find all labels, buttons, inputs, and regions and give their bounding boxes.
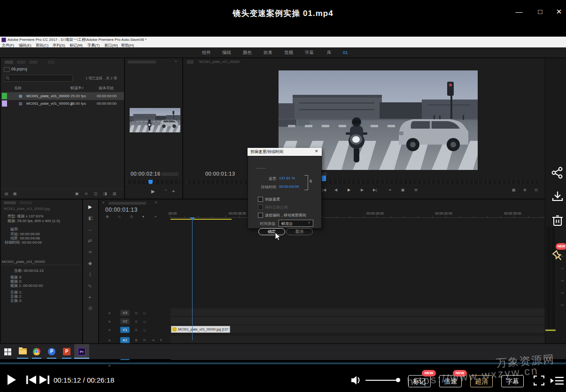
razor-tool-icon[interactable]: ≍ xyxy=(88,249,92,254)
program-scrubber[interactable] xyxy=(187,180,541,184)
project-panel-tab-blur3[interactable] xyxy=(29,61,38,64)
track-v3-badge[interactable]: V3 xyxy=(120,310,130,316)
project-row[interactable]: ▨ MC001_plate_v01_00000.jp 25.00 fps 00:… xyxy=(1,100,124,108)
source-play-icon[interactable]: ▶ xyxy=(151,189,155,194)
track-lock-icon[interactable]: a xyxy=(109,338,110,342)
selection-tool-icon[interactable]: ▶ xyxy=(88,204,92,209)
work-area-bar[interactable] xyxy=(171,219,232,220)
mark-button[interactable]: 标记 xyxy=(408,375,431,387)
workspace-color[interactable]: 颜色 xyxy=(243,50,252,56)
workspace-editing[interactable]: 编辑 xyxy=(222,50,231,56)
source-monitor-tab-blur[interactable] xyxy=(128,61,156,63)
volume-icon[interactable] xyxy=(350,375,362,386)
quality-button[interactable]: 超清 xyxy=(470,375,493,387)
ripple-edit-label[interactable]: 波纹编辑，移动尾部剪辑 xyxy=(265,213,306,218)
sync-lock-icon[interactable]: ⊙ xyxy=(135,328,138,332)
column-start[interactable]: 媒体开始 xyxy=(99,85,114,91)
find-icon[interactable]: ⊙ xyxy=(85,192,88,196)
item-name[interactable]: MC001_plate_v01_00000 xyxy=(26,94,70,98)
automate-icon[interactable]: ▣ xyxy=(75,192,79,196)
add-marker-icon[interactable]: ◇ xyxy=(130,215,133,219)
fullscreen-icon[interactable] xyxy=(534,376,544,385)
go-to-in-icon[interactable]: |◀ xyxy=(322,188,326,192)
track-a1-badge[interactable]: A1 xyxy=(120,337,130,343)
sort-asc-icon[interactable]: ∧ xyxy=(82,86,84,89)
column-name[interactable]: 名称 xyxy=(14,85,22,91)
linked-selection-icon[interactable]: ∩ xyxy=(118,215,121,219)
track-select-tool-icon[interactable]: ◧ xyxy=(88,215,93,221)
timeline-timecode[interactable]: 00:00:01:13 xyxy=(105,207,138,213)
track-lock-icon[interactable]: a xyxy=(109,320,110,323)
powerpoint-icon[interactable]: P xyxy=(63,348,70,355)
label-swatch-lavender[interactable] xyxy=(2,100,7,107)
trash-icon[interactable] xyxy=(552,214,563,227)
slip-tool-icon[interactable]: ◆ xyxy=(88,261,92,266)
project-row-selected[interactable]: ▦ MC001_plate_v01_00000 25.00 fps 00:00:… xyxy=(1,92,124,100)
timeline-settings-icon[interactable]: ▾ xyxy=(142,215,144,219)
track-v1-badge[interactable]: V1 xyxy=(120,327,130,333)
go-to-out-icon[interactable]: ▶| xyxy=(373,188,377,192)
pen-tool-icon[interactable]: ⟨ xyxy=(89,272,91,277)
meter-icon[interactable]: ¶ xyxy=(160,338,162,342)
solo-icon[interactable]: H xyxy=(143,338,146,342)
premiere-taskbar-slot[interactable]: Pr xyxy=(74,344,89,359)
file-explorer-icon[interactable] xyxy=(19,348,27,354)
source-playhead-marker[interactable] xyxy=(148,180,153,184)
track-lock-icon[interactable]: a xyxy=(109,328,110,331)
workspace-assembly[interactable]: 组件 xyxy=(202,50,211,56)
playlist-icon[interactable] xyxy=(550,376,564,385)
video-progress-track[interactable] xyxy=(0,362,566,364)
share-icon[interactable] xyxy=(551,167,564,180)
zoom-tool-icon[interactable]: ⊙ xyxy=(88,306,92,311)
panel-overflow-icon[interactable]: » xyxy=(175,59,177,63)
workspace-effects[interactable]: 效果 xyxy=(264,50,272,56)
windows-start-icon[interactable] xyxy=(4,348,11,355)
workspace-captions[interactable]: 字幕 xyxy=(305,50,314,56)
master-track-icon[interactable]: a xyxy=(109,364,110,367)
link-chain-icon[interactable]: 8 xyxy=(310,179,312,184)
type-tool-icon[interactable]: + xyxy=(88,294,91,300)
timeline-tab-blur[interactable] xyxy=(109,202,146,205)
export-frame-icon[interactable]: ▦ xyxy=(512,188,516,192)
source-timecode[interactable]: 00:00:02:16 xyxy=(131,171,161,177)
project-name[interactable]: 06.prproj xyxy=(11,67,27,71)
cancel-button[interactable]: 取消 xyxy=(286,228,313,235)
workspace-01[interactable]: 01 xyxy=(343,50,348,55)
source-export-icon[interactable]: ¬ xyxy=(164,188,167,192)
time-interpolation-select[interactable]: 帧混合 ˅ xyxy=(279,220,313,227)
play-icon[interactable]: ▶ xyxy=(348,188,350,192)
timeline-clip[interactable]: MC001_plate_v01_00000.jpg [137 xyxy=(171,326,230,333)
hand-tool-icon[interactable]: ∿ xyxy=(88,283,92,288)
timeline-menu-icon[interactable]: ≡ xyxy=(155,200,157,205)
duration-value[interactable]: 00:00:04:09 xyxy=(279,184,299,189)
source-add-button-icon[interactable]: + xyxy=(172,188,175,194)
track-visibility-icon[interactable]: ◻ xyxy=(143,320,146,323)
source-scrubber[interactable] xyxy=(127,180,180,184)
new-bin-icon[interactable]: ◫ xyxy=(94,192,98,196)
reverse-speed-checkbox[interactable] xyxy=(258,197,263,202)
track-visibility-icon[interactable]: ◻ xyxy=(143,311,146,315)
mute-icon[interactable]: ≣ xyxy=(135,338,138,342)
sync-lock-icon[interactable]: ⊙ xyxy=(135,320,138,323)
project-search-input[interactable] xyxy=(4,75,73,82)
download-icon[interactable] xyxy=(551,191,564,203)
workspace-library[interactable]: 库 xyxy=(327,50,332,56)
playhead-line[interactable] xyxy=(192,217,193,340)
track-v2-badge[interactable]: V2 xyxy=(120,318,130,324)
play-button[interactable] xyxy=(8,375,16,385)
new-item-icon[interactable]: ◨ xyxy=(103,192,107,196)
settings-wrench-icon[interactable]: ⊡ xyxy=(535,188,538,192)
workspace-audio[interactable]: 音频 xyxy=(284,50,293,56)
icon-view-icon[interactable]: ▦ xyxy=(13,192,17,196)
volume-slider[interactable] xyxy=(365,380,398,381)
subtitle-button[interactable]: 字幕 xyxy=(501,375,524,387)
effects-tab-blur[interactable] xyxy=(20,201,32,204)
lift-icon[interactable]: ▣ xyxy=(401,188,405,192)
nest-icon[interactable]: ⌐ xyxy=(155,215,157,219)
program-monitor-tab[interactable]: MC001_plate_v01_00000 xyxy=(199,60,240,64)
next-button[interactable] xyxy=(39,375,50,384)
column-fps[interactable]: 帧速率 xyxy=(70,85,82,91)
step-back-icon[interactable]: ◀ xyxy=(334,188,337,192)
project-panel-tab-blur2[interactable] xyxy=(17,61,25,64)
reverse-speed-label[interactable]: 倒放速度 xyxy=(265,197,280,202)
